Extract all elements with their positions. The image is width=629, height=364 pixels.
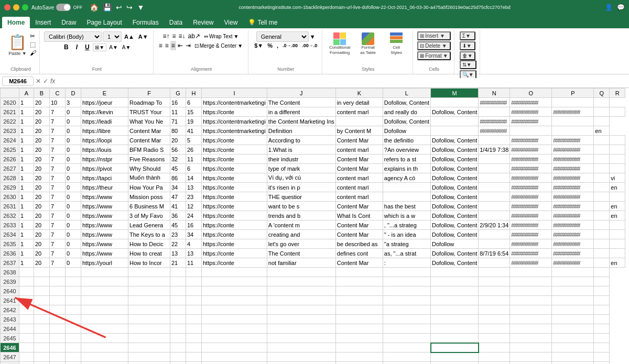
cell-F2635[interactable]: How to Decic xyxy=(128,239,170,249)
cell-N2627[interactable] xyxy=(479,164,510,173)
cell-C2621[interactable]: 7 xyxy=(50,107,66,117)
cell-C2648[interactable] xyxy=(50,362,66,365)
cell-N2639[interactable] xyxy=(479,277,510,286)
cell-A2627[interactable]: 1 xyxy=(19,164,34,173)
cell-F2620[interactable]: Roadmap To xyxy=(128,98,170,107)
cell-L2634[interactable]: " - is an idea xyxy=(383,230,430,239)
cell-N2642[interactable] xyxy=(479,305,510,315)
cell-J2645[interactable] xyxy=(267,334,335,343)
cell-C2641[interactable] xyxy=(50,296,66,305)
cell-F2646[interactable] xyxy=(128,343,170,352)
cell-R2628[interactable]: vi xyxy=(610,173,625,183)
cell-B2630[interactable]: 20 xyxy=(34,192,50,202)
cell-Q2645[interactable] xyxy=(594,334,610,343)
cell-Q2644[interactable] xyxy=(594,324,610,334)
cell-Q2637[interactable] xyxy=(594,258,610,268)
cell-O2627[interactable]: ########## xyxy=(510,164,552,173)
cell-F2640[interactable] xyxy=(128,286,170,296)
format-button[interactable]: ⊠Format▼ xyxy=(417,51,451,60)
cell-K2640[interactable] xyxy=(335,286,383,296)
cell-N2633[interactable]: 2/9/20 1:34 xyxy=(479,220,510,230)
cell-J2621[interactable]: in a different xyxy=(267,107,335,117)
cell-H2643[interactable] xyxy=(186,315,202,324)
col-header-C[interactable]: C xyxy=(50,89,66,98)
cell-D2620[interactable]: 3 xyxy=(66,98,81,107)
cell-N2630[interactable] xyxy=(479,192,510,202)
cell-E2630[interactable]: https://www xyxy=(81,192,128,202)
cell-A2620[interactable]: 1 xyxy=(19,98,34,107)
cell-P2645[interactable] xyxy=(552,334,594,343)
cell-O2623[interactable] xyxy=(510,126,552,136)
share-icon[interactable]: 👤 xyxy=(605,4,613,11)
cell-O2624[interactable]: ########## xyxy=(510,136,552,145)
cell-K2622[interactable] xyxy=(335,117,383,126)
cell-G2627[interactable]: 45 xyxy=(170,164,186,173)
cell-G2646[interactable] xyxy=(170,343,186,352)
cell-H2644[interactable] xyxy=(186,324,202,334)
tab-draw[interactable]: Draw xyxy=(56,17,81,28)
cell-I2643[interactable] xyxy=(202,315,267,324)
cell-Q2625[interactable] xyxy=(594,145,610,155)
cell-Q2647[interactable] xyxy=(594,352,610,362)
row-num-2633[interactable]: 2633 xyxy=(1,220,19,230)
cell-E2622[interactable]: https://leadi xyxy=(81,117,128,126)
align-left-button[interactable]: ≡ xyxy=(158,41,164,50)
cell-B2644[interactable] xyxy=(34,324,50,334)
cell-K2626[interactable]: Content Mar xyxy=(335,155,383,164)
cell-P2642[interactable] xyxy=(552,305,594,315)
cell-G2632[interactable]: 36 xyxy=(170,211,186,220)
cell-B2626[interactable]: 20 xyxy=(34,155,50,164)
cell-G2638[interactable] xyxy=(170,268,186,277)
cell-O2645[interactable] xyxy=(510,334,552,343)
cell-Q2630[interactable] xyxy=(594,192,610,202)
cell-Q2620[interactable] xyxy=(594,98,610,107)
cell-G2637[interactable]: 21 xyxy=(170,258,186,268)
cell-H2629[interactable]: 13 xyxy=(186,183,202,192)
cell-M2629[interactable]: Dofollow, Content xyxy=(431,183,479,192)
cell-R2637[interactable]: en xyxy=(610,258,625,268)
cell-B2631[interactable]: 20 xyxy=(34,202,50,211)
cell-O2639[interactable] xyxy=(510,277,552,286)
cell-L2633[interactable]: , "...a strateg xyxy=(383,220,430,230)
cell-E2645[interactable] xyxy=(81,334,128,343)
col-header-Q[interactable]: Q xyxy=(594,89,610,98)
cell-O2634[interactable]: ########## xyxy=(510,230,552,239)
cell-A2645[interactable] xyxy=(19,334,34,343)
cell-M2641[interactable] xyxy=(431,296,479,305)
cell-E2629[interactable]: https://theur xyxy=(81,183,128,192)
cell-O2625[interactable]: ########## xyxy=(510,145,552,155)
decrease-font-button[interactable]: A▼ xyxy=(137,33,150,40)
cell-K2629[interactable]: content marl xyxy=(335,183,383,192)
autosave-toggle-switch[interactable] xyxy=(56,4,71,11)
cell-H2624[interactable]: 5 xyxy=(186,136,202,145)
cell-D2621[interactable]: 0 xyxy=(66,107,81,117)
cell-R2629[interactable]: en xyxy=(610,183,625,192)
cell-A2629[interactable]: 1 xyxy=(19,183,34,192)
cell-J2641[interactable] xyxy=(267,296,335,305)
cell-J2648[interactable] xyxy=(267,362,335,365)
cell-K2641[interactable] xyxy=(335,296,383,305)
col-header-H[interactable]: H xyxy=(186,89,202,98)
cell-P2644[interactable] xyxy=(552,324,594,334)
font-size-selector[interactable]: 12 xyxy=(103,31,122,42)
cell-E2625[interactable]: https://louis xyxy=(81,145,128,155)
col-header-E[interactable]: E xyxy=(81,89,128,98)
cell-L2630[interactable] xyxy=(383,192,430,202)
cell-C2639[interactable] xyxy=(50,277,66,286)
cell-O2635[interactable]: ########## xyxy=(510,239,552,249)
cell-P2641[interactable] xyxy=(552,296,594,305)
insert-button[interactable]: ⊞Insert ▼ xyxy=(417,31,451,40)
cell-J2625[interactable]: 1.What is xyxy=(267,145,335,155)
cell-C2645[interactable] xyxy=(50,334,66,343)
cell-G2641[interactable] xyxy=(170,296,186,305)
cell-H2636[interactable]: 13 xyxy=(186,249,202,258)
wrap-text-button[interactable]: ⇔Wrap Text▼ xyxy=(202,32,241,40)
cell-D2631[interactable]: 0 xyxy=(66,202,81,211)
close-button[interactable] xyxy=(4,4,10,10)
cell-N2628[interactable] xyxy=(479,173,510,183)
cell-J2624[interactable]: According to xyxy=(267,136,335,145)
cell-P2635[interactable]: ########## xyxy=(552,239,594,249)
cell-L2638[interactable] xyxy=(383,268,430,277)
cell-D2644[interactable] xyxy=(66,324,81,334)
home-icon[interactable]: 🏠 xyxy=(90,3,99,12)
